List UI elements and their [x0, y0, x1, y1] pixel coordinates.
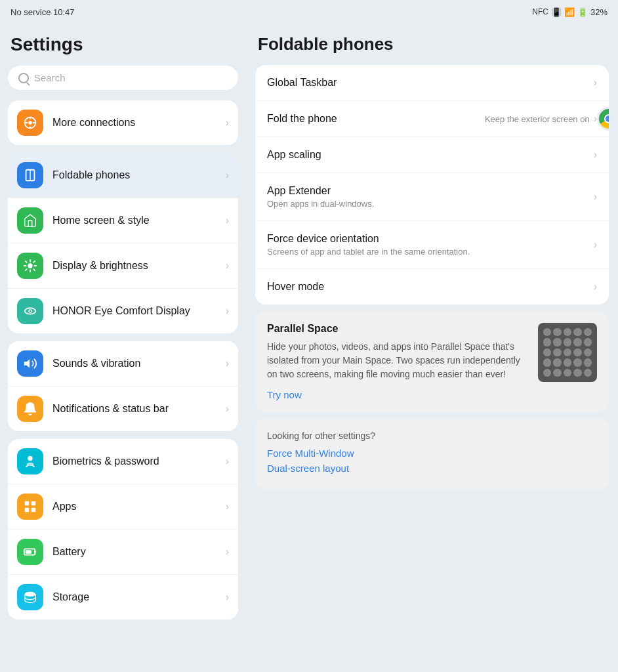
chevron-right-icon: ›: [226, 591, 229, 603]
svg-rect-20: [31, 508, 35, 512]
parallel-title: Parallel Space: [267, 323, 529, 335]
battery-icon: [17, 539, 43, 565]
sidebar-item-label: Storage: [52, 591, 220, 604]
panel-item-app-extender[interactable]: App Extender Open apps in dual-windows. …: [255, 173, 609, 221]
sidebar-item-label: Notifications & status bar: [52, 402, 220, 416]
sidebar-item-foldable-phones[interactable]: Foldable phones ›: [8, 153, 238, 198]
chevron-right-icon: ›: [226, 546, 229, 558]
parallel-desc: Hide your photos, videos, and apps into …: [267, 340, 529, 381]
svg-rect-17: [25, 501, 29, 505]
notifications-icon: [17, 396, 43, 422]
other-settings-card: Looking for other settings? Force Multi-…: [255, 419, 609, 490]
chevron-right-icon: ›: [226, 305, 229, 317]
force-multi-window-link[interactable]: Force Multi-Window: [267, 448, 597, 459]
sidebar-item-sounds-vibration[interactable]: Sounds & vibration ›: [8, 341, 238, 387]
main-layout: Settings Search More connections › Folda…: [0, 24, 618, 672]
chevron-right-icon: ›: [226, 358, 229, 369]
panel-item-title: Global Taskbar: [267, 77, 594, 89]
panel-item-fold-phone[interactable]: Fold the phone Keep the exterior screen …: [255, 101, 609, 137]
settings-group-1: More connections ›: [8, 100, 238, 145]
sidebar-item-biometrics[interactable]: Biometrics & password ›: [8, 439, 238, 484]
vibrate-icon: 📳: [551, 7, 562, 17]
panel-item-hover-mode[interactable]: Hover mode ›: [255, 269, 609, 304]
panel-item-subtitle: Screens of app and tablet are in the sam…: [267, 247, 594, 257]
svg-rect-22: [26, 550, 31, 554]
svg-rect-18: [31, 501, 35, 505]
chevron-right-icon: ›: [594, 191, 597, 203]
try-now-link[interactable]: Try now: [267, 389, 529, 400]
svg-point-0: [28, 121, 32, 125]
biometrics-icon: [17, 448, 43, 474]
sidebar-item-label: Battery: [52, 545, 220, 559]
sidebar-item-battery[interactable]: Battery ›: [8, 530, 238, 575]
status-left-text: No service 10:47: [10, 7, 75, 17]
sidebar-item-notifications[interactable]: Notifications & status bar ›: [8, 387, 238, 431]
panel-item-content: App scaling: [267, 149, 594, 161]
sidebar-item-display-brightness[interactable]: Display & brightness ›: [8, 243, 238, 289]
search-bar[interactable]: Search: [8, 66, 238, 90]
settings-group-2: Foldable phones › Home screen & style › …: [8, 153, 238, 333]
battery-icon: 🔋: [577, 7, 588, 17]
svg-line-11: [26, 269, 27, 270]
search-icon: [18, 73, 29, 83]
panel-item-title: Fold the phone: [267, 113, 485, 125]
chevron-right-icon: ›: [226, 169, 229, 181]
apps-icon: [17, 494, 43, 520]
chrome-center: [604, 114, 609, 123]
chevron-right-icon: ›: [226, 403, 229, 415]
panel-item-content: Hover mode: [267, 281, 594, 293]
parallel-space-image: [538, 323, 597, 382]
chevron-right-icon: ›: [594, 149, 597, 161]
settings-title: Settings: [8, 34, 238, 55]
panel-item-content: App Extender Open apps in dual-windows.: [267, 185, 594, 209]
sidebar-item-more-connections[interactable]: More connections ›: [8, 100, 238, 145]
panel-item-title: Force device orientation: [267, 233, 594, 245]
storage-icon: [17, 584, 43, 610]
search-placeholder: Search: [34, 72, 66, 83]
settings-group-3: Sounds & vibration › Notifications & sta…: [8, 341, 238, 431]
right-panel: Foldable phones Global Taskbar › Fold th…: [246, 24, 618, 672]
sidebar-item-label: Home screen & style: [52, 214, 220, 228]
other-settings-title: Looking for other settings?: [267, 430, 597, 441]
panel-item-title: App Extender: [267, 185, 594, 197]
status-right: NFC 📳 📶 🔋 32%: [532, 7, 608, 17]
svg-point-23: [25, 592, 36, 597]
panel-item-app-scaling[interactable]: App scaling ›: [255, 137, 609, 173]
sidebar-item-label: Biometrics & password: [52, 455, 220, 469]
sidebar-item-label: Sounds & vibration: [52, 357, 220, 371]
sidebar-item-label: HONOR Eye Comfort Display: [52, 304, 220, 318]
svg-point-14: [30, 310, 31, 312]
svg-line-10: [33, 261, 35, 262]
sidebar-item-label: Apps: [52, 500, 220, 514]
chevron-right-icon: ›: [594, 77, 597, 89]
sidebar-item-storage[interactable]: Storage ›: [8, 575, 238, 620]
wifi-icon: 📶: [564, 7, 575, 17]
chevron-right-icon: ›: [226, 117, 229, 129]
panel-item-title: Hover mode: [267, 281, 594, 293]
sidebar-item-label: More connections: [52, 116, 220, 130]
panel-item-force-orientation[interactable]: Force device orientation Screens of app …: [255, 221, 609, 269]
chevron-right-icon: ›: [226, 455, 229, 467]
sidebar-item-apps[interactable]: Apps ›: [8, 484, 238, 530]
chrome-icon: [597, 107, 609, 131]
display-brightness-icon: [17, 253, 43, 279]
chevron-right-icon: ›: [594, 239, 597, 251]
home-screen-icon: [17, 207, 43, 234]
nfc-icon: NFC: [532, 7, 548, 16]
chevron-right-icon: ›: [226, 260, 229, 272]
svg-line-8: [26, 261, 27, 262]
panel-item-content: Fold the phone: [267, 113, 485, 125]
svg-point-3: [28, 263, 32, 268]
panel-item-global-taskbar[interactable]: Global Taskbar ›: [255, 65, 609, 101]
panel-item-content: Force device orientation Screens of app …: [267, 233, 594, 257]
chevron-right-icon: ›: [594, 281, 597, 293]
foldable-phones-icon: [17, 162, 43, 188]
svg-line-9: [33, 269, 35, 270]
more-connections-icon: [17, 110, 43, 136]
parallel-text: Parallel Space Hide your photos, videos,…: [267, 323, 529, 400]
dual-screen-layout-link[interactable]: Dual-screen layout: [267, 463, 597, 474]
sidebar-item-home-screen[interactable]: Home screen & style ›: [8, 198, 238, 243]
parallel-space-card: Parallel Space Hide your photos, videos,…: [255, 311, 609, 412]
sidebar-item-honor-eye[interactable]: HONOR Eye Comfort Display ›: [8, 289, 238, 333]
status-bar: No service 10:47 NFC 📳 📶 🔋 32%: [0, 0, 618, 24]
